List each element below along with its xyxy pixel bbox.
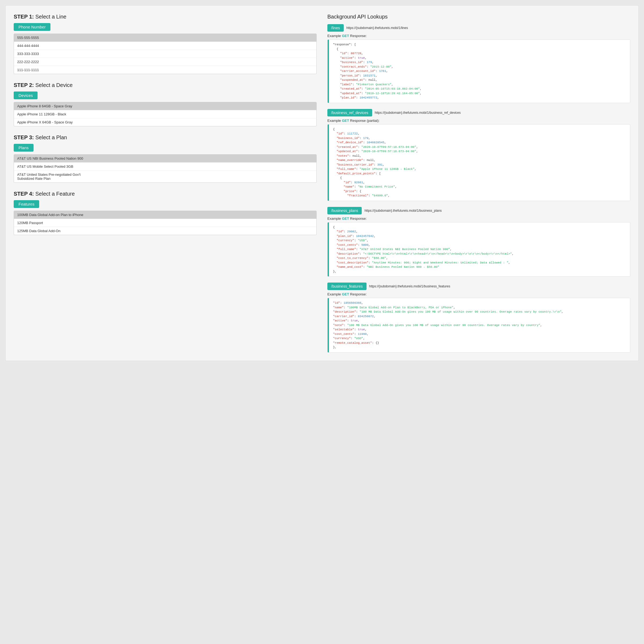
get-label: GET [342, 292, 349, 296]
step3-list: AT&T US NBI Business Pooled Nation 900 A… [14, 154, 317, 183]
list-item[interactable]: 333-333-3333 [14, 50, 316, 58]
json-box-lines: "response": [ { "id": 807728, "active": … [327, 39, 630, 103]
step3-title: STEP 3: Select a Plan [14, 134, 317, 141]
teal-bar [328, 222, 329, 277]
api-title: Background API Lookups [327, 14, 630, 20]
step3-bold: STEP 3: [14, 134, 34, 140]
json-line: "person_id": 1831571, [333, 74, 627, 78]
step3-block: STEP 3: Select a Plan Plans AT&T US NBI … [14, 134, 317, 183]
json-line: "cost_description": "Anytime Minutes: 90… [333, 261, 627, 265]
json-line: "notes": null, [333, 154, 627, 158]
json-line: "id": 111722, [333, 131, 627, 136]
step3-badge[interactable]: Plans [14, 144, 34, 152]
list-item[interactable]: 125MB Data Global Add-On [14, 227, 316, 235]
json-box-features: "id": 1856566366, "name": "100MB Data Gl… [327, 298, 630, 353]
json-line: "id": 29082, [333, 229, 627, 234]
list-item[interactable]: 444-444-4444 [14, 42, 316, 50]
json-line: "response": [ [333, 42, 627, 47]
list-item[interactable]: AT&T US Mobile Select Pooled 3GB [14, 163, 316, 171]
endpoint-url-lines: https://{subdomain}.thefutureis.mobi/1/l… [346, 26, 408, 30]
api-section-plans: /business_plans https://{subdomain}.thef… [327, 207, 630, 277]
json-line: "updated_at": "2019-12-18T16:29:42.164-0… [333, 91, 627, 96]
json-line: "id": 807728, [333, 51, 627, 56]
example-label-plans: Example GET Response: [327, 217, 630, 221]
endpoint-row-features: /business_features https://{subdomain}.t… [327, 283, 630, 290]
json-line: "created_at": "2020-10-07T09:57:18.673-0… [333, 145, 627, 149]
endpoint-row-devices: /business_ref_devices https://{subdomain… [327, 109, 630, 116]
json-line: "cost_to_currency": "$50.00", [333, 256, 627, 261]
step4-bold: STEP 4: [14, 191, 34, 197]
teal-bar [328, 125, 329, 201]
json-line: "fractional": "64999.0", [333, 193, 627, 198]
json-line: "selectable": true, [333, 327, 627, 332]
json-line: "id": 1856566366, [333, 301, 627, 305]
json-line: "full_name": "Apple iPhone 11 128GB - Bl… [333, 167, 627, 171]
example-label-devices: Example GET Response (partial): [327, 119, 630, 123]
json-line: "cost_cents": 11999, [333, 332, 627, 336]
json-line: }, [333, 345, 627, 350]
list-item[interactable]: 120MB Passport [14, 219, 316, 227]
step2-badge[interactable]: Devices [14, 92, 38, 99]
json-line: "suspended_at": null, [333, 78, 627, 82]
example-label-lines: Example GET Response: [327, 34, 630, 38]
json-line: "business_id": 179, [333, 60, 627, 65]
json-line: "note": "100 MB Data Global Add-On gives… [333, 323, 627, 328]
json-content-lines: "response": [ { "id": 807728, "active": … [331, 42, 627, 100]
step2-list: Apple iPhone 8 64GB - Space Gray Apple i… [14, 102, 317, 126]
teal-bar [328, 298, 329, 352]
step4-badge[interactable]: Features [14, 200, 39, 208]
list-item[interactable]: AT&T United States Pre-negotiated Gov'tS… [14, 171, 316, 182]
json-line: "default_price_points": [ [333, 171, 627, 176]
step1-list: 555-555-5555 444-444-4444 333-333-3333 2… [14, 34, 317, 74]
endpoint-badge-features: /business_features [327, 283, 367, 290]
json-content-devices: { "id": 111722, "business_id": 179, "ref… [331, 127, 627, 198]
get-label: GET [342, 34, 349, 38]
list-item[interactable]: Apple iPhone X 64GB - Space Gray [14, 118, 316, 126]
endpoint-url-plans: https://{subdomain}.thefutureis.mobi/1/b… [364, 209, 442, 213]
step2-block: STEP 2: Select a Device Devices Apple iP… [14, 82, 317, 126]
step4-rest: Select a Feature [34, 191, 75, 197]
json-line: "plan_id": 1042455772, [333, 96, 627, 100]
list-item[interactable]: Apple iPhone 11 128GB - Black [14, 110, 316, 118]
endpoint-badge-devices: /business_ref_devices [327, 109, 372, 116]
json-line: "id": 92661, [333, 180, 627, 185]
list-item[interactable]: 222-222-2222 [14, 58, 316, 66]
json-line: "currency": "USD", [333, 336, 627, 341]
json-line: "business_id": 179, [333, 136, 627, 141]
list-item[interactable]: 100MB Data Global Add-on Plan to iPhone [14, 211, 316, 219]
step4-block: STEP 4: Select a Feature Features 100MB … [14, 191, 317, 235]
example-label-features: Example GET Response: [327, 292, 630, 296]
list-item[interactable]: 555-555-5555 [14, 34, 316, 42]
json-line: "name_and_cost": "NBI Business Pooled Na… [333, 265, 627, 269]
step1-bold: STEP 1: [14, 14, 34, 20]
get-label: GET [342, 119, 349, 123]
list-item[interactable]: 111-111-1111 [14, 66, 316, 74]
endpoint-url-features: https://{subdomain}.thefutureis.mobi/1/b… [369, 284, 450, 288]
json-line: "business_carrier_id": 391, [333, 163, 627, 167]
step1-badge[interactable]: Phone Number [14, 23, 50, 31]
right-column: Background API Lookups /lines https://{s… [327, 14, 630, 353]
json-line: "updated_at": "2020-10-07T09:57:18.673-0… [333, 149, 627, 154]
json-line: "description": "100 MB Data Global Add-O… [333, 310, 627, 314]
left-column: STEP 1: Select a Line Phone Number 555-5… [14, 14, 317, 353]
json-line: "cost_cents": 5000, [333, 243, 627, 247]
api-section-features: /business_features https://{subdomain}.t… [327, 283, 630, 353]
json-line: "name": "No Commitment Price", [333, 185, 627, 189]
list-item[interactable]: Apple iPhone 8 64GB - Space Gray [14, 102, 316, 110]
json-line: "full_name": "AT&T United States NBI Bus… [333, 247, 627, 252]
teal-bar [328, 40, 329, 103]
step3-rest: Select a Plan [34, 134, 67, 140]
json-line: "label": "Pinkerton Quackers", [333, 82, 627, 87]
json-box-plans: { "id": 29082, "plan_id": 1042457042, "c… [327, 222, 630, 277]
json-box-devices: { "id": 111722, "business_id": 179, "ref… [327, 124, 630, 201]
json-line: "active": true, [333, 56, 627, 60]
json-line: { [333, 225, 627, 230]
json-line: "contract_ends": "2015-12-08", [333, 65, 627, 69]
endpoint-row-plans: /business_plans https://{subdomain}.thef… [327, 207, 630, 214]
step4-list: 100MB Data Global Add-on Plan to iPhone … [14, 211, 317, 235]
json-line: "remote_catalog_asset": {} [333, 341, 627, 345]
endpoint-badge-lines: /lines [327, 24, 344, 32]
step1-title: STEP 1: Select a Line [14, 14, 317, 20]
list-item[interactable]: AT&T US NBI Business Pooled Nation 900 [14, 155, 316, 163]
json-line: "description": "<!DOCTYPE html>\r\n<html… [333, 252, 627, 256]
